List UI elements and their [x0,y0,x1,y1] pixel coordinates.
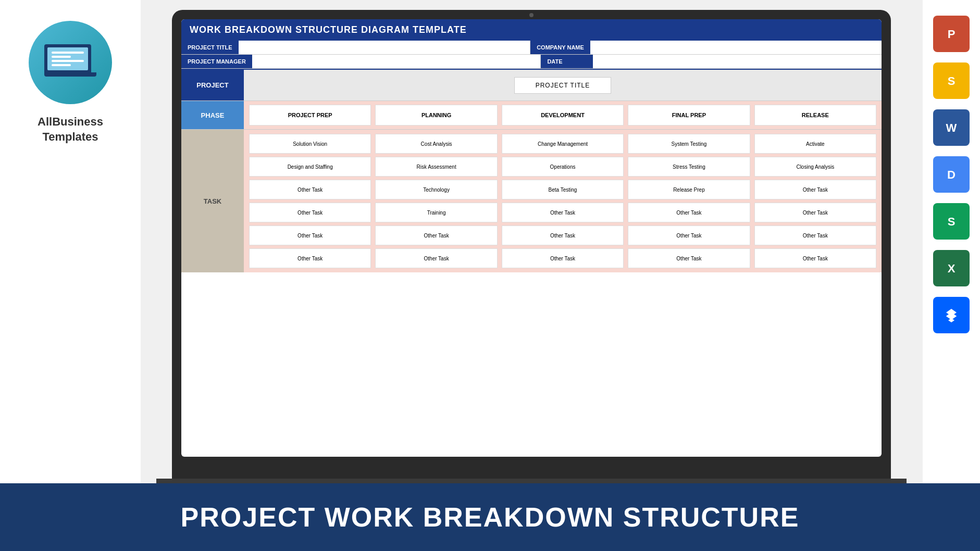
task-area: TASK Solution Vision Design and Staffing… [181,130,882,272]
task-cell-2-3[interactable]: Other Task [502,203,624,222]
phase-cell-4[interactable]: RELEASE [754,105,876,126]
form-row-1: PROJECT TITLE COMPANY NAME [181,41,882,55]
task-column-1: Cost Analysis Risk Assessment Technology… [375,134,497,268]
right-sidebar: P S W D S X [923,0,980,483]
task-cell-3-1[interactable]: Stress Testing [628,157,750,177]
project-label: PROJECT [181,70,244,101]
svg-text:X: X [948,262,956,275]
task-cell-4-1[interactable]: Closing Analysis [754,157,876,177]
left-sidebar: AllBusiness Templates [0,0,141,483]
date-label: DATE [541,55,593,68]
logo-circle [29,21,112,104]
task-cell-0-2[interactable]: Other Task [249,180,371,199]
company-name-value[interactable] [590,41,882,54]
date-value[interactable] [593,55,882,68]
google-docs-icon[interactable]: D [933,156,970,193]
phase-row: PHASE PROJECT PREP PLANNING DEVELOPMENT [181,101,882,130]
screen-line-4 [52,64,71,66]
word-icon[interactable]: W [933,109,970,146]
task-cell-2-2[interactable]: Beta Testing [502,180,624,199]
task-column-2: Change Management Operations Beta Testin… [502,134,624,268]
wbs-title: WORK BREAKDOWN STRUCTURE DIAGRAM TEMPLAT… [190,24,467,35]
screen-line-1 [52,52,84,54]
laptop-screen-area: WORK BREAKDOWN STRUCTURE DIAGRAM TEMPLAT… [181,19,882,457]
task-label: TASK [181,130,244,272]
task-cell-4-3[interactable]: Other Task [754,203,876,222]
task-cell-1-2[interactable]: Technology [375,180,497,199]
phase-cell-0[interactable]: PROJECT PREP [249,105,371,126]
company-name-label: COMPANY NAME [530,41,590,54]
project-title-label: PROJECT TITLE [181,41,239,54]
task-column-0: Solution Vision Design and Staffing Othe… [249,134,371,268]
task-cell-2-4[interactable]: Other Task [502,226,624,245]
excel-icon[interactable]: X [933,250,970,286]
task-cell-2-0[interactable]: Change Management [502,134,624,154]
task-cell-1-4[interactable]: Other Task [375,226,497,245]
laptop-camera [529,13,534,17]
logo-laptop [44,44,96,81]
task-cell-1-3[interactable]: Training [375,203,497,222]
powerpoint-icon[interactable]: P [933,16,970,52]
task-cell-4-2[interactable]: Other Task [754,180,876,199]
phase-label: PHASE [181,101,244,129]
task-cell-3-0[interactable]: System Testing [628,134,750,154]
brand-name: AllBusiness Templates [38,115,103,144]
wbs-content: WORK BREAKDOWN STRUCTURE DIAGRAM TEMPLAT… [181,19,882,457]
phase-cell-3[interactable]: FINAL PREP [628,105,750,126]
laptop-screen-graphic [44,44,91,73]
phase-cells: PROJECT PREP PLANNING DEVELOPMENT FINAL … [244,101,882,129]
task-cell-2-5[interactable]: Other Task [502,248,624,268]
task-cell-3-2[interactable]: Release Prep [628,180,750,199]
svg-text:P: P [948,28,956,41]
task-cell-0-3[interactable]: Other Task [249,203,371,222]
task-cell-3-4[interactable]: Other Task [628,226,750,245]
task-cell-1-0[interactable]: Cost Analysis [375,134,497,154]
bottom-banner-text: PROJECT WORK BREAKDOWN STRUCTURE [181,502,800,533]
google-sheets-icon[interactable]: S [933,203,970,240]
task-cell-2-1[interactable]: Operations [502,157,624,177]
task-column-3: System Testing Stress Testing Release Pr… [628,134,750,268]
task-cell-0-1[interactable]: Design and Staffing [249,157,371,177]
project-title-box: PROJECT TITLE [244,70,882,101]
laptop-screen-inner [47,47,88,70]
screen-line-2 [52,56,71,58]
task-cell-4-0[interactable]: Activate [754,134,876,154]
task-cell-0-0[interactable]: Solution Vision [249,134,371,154]
google-slides-icon[interactable]: S [933,62,970,99]
task-cell-3-3[interactable]: Other Task [628,203,750,222]
task-cell-1-1[interactable]: Risk Assessment [375,157,497,177]
phase-cell-1[interactable]: PLANNING [375,105,497,126]
task-cell-0-5[interactable]: Other Task [249,248,371,268]
task-column-4: Activate Closing Analysis Other Task Oth… [754,134,876,268]
svg-text:D: D [947,168,956,181]
project-row: PROJECT PROJECT TITLE [181,70,882,101]
laptop-base-graphic [44,72,96,77]
task-cell-4-4[interactable]: Other Task [754,226,876,245]
bottom-banner: PROJECT WORK BREAKDOWN STRUCTURE [0,483,980,551]
svg-text:W: W [946,121,957,134]
task-cell-0-4[interactable]: Other Task [249,226,371,245]
svg-text:S: S [948,215,956,228]
task-cell-4-5[interactable]: Other Task [754,248,876,268]
svg-text:S: S [948,74,956,87]
wbs-header: WORK BREAKDOWN STRUCTURE DIAGRAM TEMPLAT… [181,19,882,41]
screen-line-3 [52,60,84,62]
phase-cell-2[interactable]: DEVELOPMENT [502,105,624,126]
project-title-value[interactable] [239,41,530,54]
dropbox-icon[interactable] [933,297,970,333]
project-title-inner[interactable]: PROJECT TITLE [514,77,612,94]
project-manager-value[interactable] [252,55,541,68]
task-cell-3-5[interactable]: Other Task [628,248,750,268]
laptop-container: WORK BREAKDOWN STRUCTURE DIAGRAM TEMPLAT… [141,5,922,483]
form-row-2: PROJECT MANAGER DATE [181,55,882,69]
laptop-body: WORK BREAKDOWN STRUCTURE DIAGRAM TEMPLAT… [172,10,891,479]
project-manager-label: PROJECT MANAGER [181,55,252,68]
task-cell-1-5[interactable]: Other Task [375,248,497,268]
task-columns-area: Solution Vision Design and Staffing Othe… [244,130,882,272]
